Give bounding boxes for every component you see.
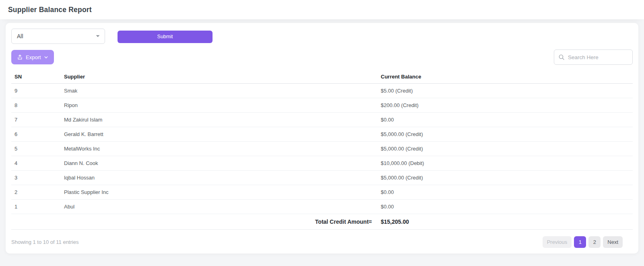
search-input[interactable]: [568, 54, 628, 60]
cell-sn: 3: [11, 171, 61, 185]
pagination: Previous 1 2 Next: [543, 236, 623, 248]
cell-sn: 1: [11, 200, 61, 214]
page-header: Supplier Balance Report: [0, 0, 644, 19]
cell-supplier: Smak: [61, 84, 378, 98]
toolbar-row: Export: [11, 49, 633, 65]
filter-row: All Submit: [11, 29, 633, 44]
cell-sn: 8: [11, 98, 61, 113]
chevron-down-icon: [44, 55, 48, 60]
cell-sn: 5: [11, 142, 61, 156]
next-page-button[interactable]: Next: [603, 236, 623, 248]
table-footer: Showing 1 to 10 of 11 entries Previous 1…: [11, 236, 633, 248]
cell-sn: 7: [11, 113, 61, 127]
search-icon: [558, 54, 565, 60]
cell-supplier: Plastic Supplier Inc: [61, 185, 378, 200]
cell-balance: $200.00 (Credit): [378, 98, 633, 113]
cell-balance: $10,000.00 (Debit): [378, 156, 633, 171]
table-row: 6 Gerald K. Barrett $5,000.00 (Credit): [11, 127, 633, 142]
caret-down-icon: [96, 35, 100, 37]
entries-info-text: Showing 1 to 10 of 11 entries: [11, 239, 78, 245]
supplier-filter-value: All: [17, 33, 23, 39]
total-credit-value: $15,205.00: [378, 214, 633, 230]
cell-sn: 9: [11, 84, 61, 98]
table-row: 3 Iqbal Hossan $5,000.00 (Credit): [11, 171, 633, 185]
cell-supplier: Gerald K. Barrett: [61, 127, 378, 142]
cell-supplier: Diann N. Cook: [61, 156, 378, 171]
table-row: 5 MetalWorks Inc $5,000.00 (Credit): [11, 142, 633, 156]
export-button[interactable]: Export: [11, 50, 54, 64]
cell-balance: $5,000.00 (Credit): [378, 127, 633, 142]
table-row: 7 Md Zakirul Islam $0.00: [11, 113, 633, 127]
cell-supplier: Md Zakirul Islam: [61, 113, 378, 127]
cell-sn: 2: [11, 185, 61, 200]
table-row: 9 Smak $5.00 (Credit): [11, 84, 633, 98]
report-card: All Submit Export: [6, 23, 638, 254]
table-row: 2 Plastic Supplier Inc $0.00: [11, 185, 633, 200]
cell-balance: $0.00: [378, 200, 633, 214]
page-title: Supplier Balance Report: [8, 6, 92, 14]
cell-balance: $0.00: [378, 113, 633, 127]
table-row: 4 Diann N. Cook $10,000.00 (Debit): [11, 156, 633, 171]
cell-balance: $0.00: [378, 185, 633, 200]
export-button-label: Export: [26, 54, 41, 60]
cell-supplier: Ripon: [61, 98, 378, 113]
search-box: [554, 49, 633, 65]
total-credit-label: Total Credit Amount=: [61, 214, 378, 230]
cell-balance: $5,000.00 (Credit): [378, 142, 633, 156]
column-header-current-balance: Current Balance: [378, 70, 633, 84]
page-button-2[interactable]: 2: [588, 236, 601, 248]
table-row: 1 Abul $0.00: [11, 200, 633, 214]
cell-supplier: Abul: [61, 200, 378, 214]
cell-balance: $5.00 (Credit): [378, 84, 633, 98]
submit-button[interactable]: Submit: [118, 31, 213, 43]
upload-icon: [17, 54, 23, 60]
column-header-supplier: Supplier: [61, 70, 378, 84]
total-row: Total Credit Amount= $15,205.00: [11, 214, 633, 230]
table-row: 8 Ripon $200.00 (Credit): [11, 98, 633, 113]
total-row-empty-cell: [11, 214, 61, 230]
column-header-sn: SN: [11, 70, 61, 84]
cell-sn: 6: [11, 127, 61, 142]
cell-supplier: Iqbal Hossan: [61, 171, 378, 185]
cell-balance: $5,000.00 (Credit): [378, 171, 633, 185]
cell-supplier: MetalWorks Inc: [61, 142, 378, 156]
cell-sn: 4: [11, 156, 61, 171]
supplier-balance-table: SN Supplier Current Balance 9 Smak $5.00…: [11, 70, 633, 230]
page-button-1[interactable]: 1: [574, 236, 586, 248]
table-header-row: SN Supplier Current Balance: [11, 70, 633, 84]
previous-page-button[interactable]: Previous: [543, 236, 572, 248]
supplier-filter-select[interactable]: All: [11, 29, 105, 44]
